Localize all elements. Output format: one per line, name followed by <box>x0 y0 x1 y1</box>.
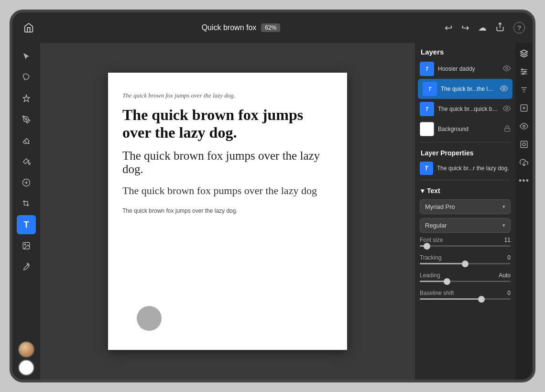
baseline-shift-value: 0 <box>507 290 511 296</box>
svg-point-8 <box>24 244 25 245</box>
zoom-level[interactable]: 62% <box>261 23 280 32</box>
layers-section-title: Layers <box>415 43 515 59</box>
text-tool[interactable]: T <box>17 215 36 234</box>
crop-tool[interactable] <box>17 194 36 213</box>
svg-point-28 <box>523 143 525 146</box>
svg-marker-13 <box>521 50 528 54</box>
tablet-shell: Quick brown fox 62% ↩ ↪ ☁ ? <box>10 10 535 382</box>
help-button[interactable]: ? <box>513 22 525 33</box>
layer-props-item: T The quick br...r the lazy dog. <box>415 160 515 177</box>
font-size-row: Font size 11 <box>415 235 515 252</box>
font-size-label-row: Font size 11 <box>420 237 511 243</box>
eyedropper-tool[interactable] <box>17 257 36 276</box>
lp-layer-name: The quick br...r the lazy dog. <box>437 165 509 172</box>
layer-thumb-3: T <box>420 102 434 116</box>
svg-rect-27 <box>521 141 527 148</box>
layer-name-4: Background <box>438 126 500 132</box>
tracking-thumb[interactable] <box>462 261 469 267</box>
undo-button[interactable]: ↩ <box>445 22 453 33</box>
layer-visibility-1[interactable] <box>503 65 511 74</box>
text-section-chevron: ▾ <box>421 187 424 195</box>
eraser-tool[interactable] <box>17 131 36 150</box>
magic-select-tool[interactable] <box>17 89 36 108</box>
history-panel-icon[interactable] <box>517 138 531 151</box>
home-button[interactable] <box>20 19 37 36</box>
canvas-text-line-3: The quick brown fox jumps over the lazy … <box>122 149 333 176</box>
add-layer-icon[interactable] <box>517 101 531 115</box>
layer-item-hoosier[interactable]: T Hoosier daddy <box>415 59 515 79</box>
right-icons-column: ••• <box>515 43 533 380</box>
healing-tool[interactable] <box>17 173 36 192</box>
document-title: Quick brown fox <box>202 23 257 32</box>
adjustments-panel-icon[interactable] <box>517 65 531 78</box>
font-family-dropdown[interactable]: Myriad Pro ▾ <box>420 199 511 214</box>
svg-rect-12 <box>505 128 510 131</box>
more-panel-icon[interactable]: ••• <box>517 174 531 187</box>
layer-name-1: Hoosier daddy <box>438 65 499 72</box>
layer-name-2: The quick br...the lazy dog. <box>441 86 496 92</box>
svg-marker-1 <box>23 95 30 102</box>
layers-panel-icon[interactable] <box>517 47 531 60</box>
layers-divider <box>420 142 511 142</box>
lp-thumb: T <box>420 162 433 175</box>
baseline-shift-row: Baseline shift 0 <box>415 288 515 305</box>
canvas-text-line-5: The quick brown fox jumps over the lazy … <box>122 207 333 214</box>
image-tool[interactable] <box>17 236 36 255</box>
svg-point-2 <box>25 119 27 120</box>
tracking-track[interactable] <box>420 263 511 264</box>
leading-value: Auto <box>499 272 511 279</box>
share-button[interactable] <box>495 22 505 34</box>
layer-visibility-2[interactable] <box>500 85 508 94</box>
top-actions: ↩ ↪ ☁ ? <box>445 22 525 34</box>
baseline-shift-label: Baseline shift <box>420 290 454 296</box>
layer-thumb-1: T <box>420 62 434 76</box>
visibility-panel-icon[interactable] <box>517 120 531 133</box>
font-style-dropdown[interactable]: Regular ▾ <box>420 218 511 233</box>
svg-point-10 <box>503 87 505 89</box>
svg-point-18 <box>524 71 526 73</box>
left-toolbar: T <box>12 43 40 380</box>
font-size-track[interactable] <box>420 245 511 247</box>
font-style-chevron: ▾ <box>502 222 505 229</box>
baseline-label-row: Baseline shift 0 <box>420 290 511 296</box>
background-color[interactable] <box>18 359 34 376</box>
brush-tool[interactable] <box>17 110 36 129</box>
svg-point-3 <box>29 163 31 164</box>
font-size-value: 11 <box>504 237 511 243</box>
font-size-label: Font size <box>420 237 443 243</box>
leading-thumb[interactable] <box>444 278 450 285</box>
cloud-button[interactable]: ☁ <box>478 22 487 33</box>
fill-tool[interactable] <box>17 152 36 171</box>
layer-properties-title: Layer Properties <box>415 145 515 160</box>
foreground-color[interactable] <box>18 341 34 358</box>
main-area: T The quick brown fox jumps over the laz… <box>12 43 533 380</box>
text-section-header[interactable]: ▾ Text <box>415 183 515 197</box>
layer-visibility-3[interactable] <box>503 105 511 114</box>
leading-track[interactable] <box>420 281 511 282</box>
top-center: Quick brown fox 62% <box>37 23 445 32</box>
leading-label-row: Leading Auto <box>420 272 511 279</box>
svg-point-19 <box>523 73 524 75</box>
font-size-thumb[interactable] <box>424 243 430 250</box>
layer-item-quick[interactable]: T The quick br...quick brown <box>415 99 515 119</box>
tracking-label: Tracking <box>420 254 442 261</box>
props-divider <box>420 180 511 180</box>
redo-button[interactable]: ↪ <box>461 22 469 33</box>
font-style-value: Regular <box>425 222 447 229</box>
canvas-handle[interactable] <box>137 306 162 331</box>
lasso-tool[interactable] <box>17 68 36 87</box>
top-bar: Quick brown fox 62% ↩ ↪ ☁ ? <box>12 12 533 43</box>
layer-item-selected[interactable]: T The quick br...the lazy dog. <box>418 79 512 99</box>
baseline-shift-thumb[interactable] <box>478 296 485 303</box>
text-section-title: Text <box>427 187 440 195</box>
baseline-shift-track[interactable] <box>420 298 511 300</box>
filters-panel-icon[interactable] <box>517 83 531 97</box>
layer-item-background[interactable]: Background <box>415 119 515 139</box>
select-tool[interactable] <box>17 47 36 66</box>
font-family-row: Myriad Pro ▾ <box>415 197 515 216</box>
svg-point-26 <box>523 125 525 128</box>
tracking-row: Tracking 0 <box>415 252 515 270</box>
layer-lock-4 <box>504 125 511 133</box>
canvas-document: The quick brown fox jumps over the lazy … <box>108 73 347 350</box>
export-panel-icon[interactable] <box>517 156 531 169</box>
